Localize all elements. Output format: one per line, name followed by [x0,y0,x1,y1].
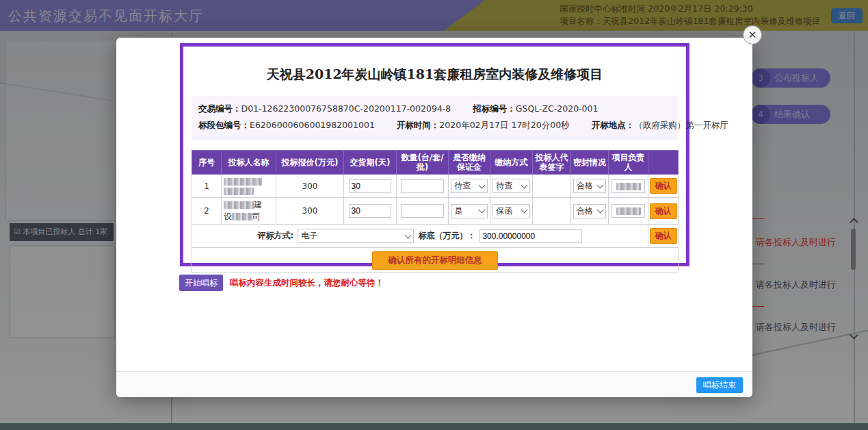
delivery-cell [344,175,397,198]
bidder-name-fragment: 建 [254,200,262,210]
col-manager: 项目负责人 [609,151,648,175]
deposit-cell: 是 [449,198,490,225]
action-cell: 确认 [648,225,679,248]
finish-chanting-button[interactable]: 唱标结束 [696,377,743,393]
trade-no-value: D01-12622300076758870C-20200117-002094-8 [241,103,451,114]
confirm-all-button[interactable]: 确认所有的开标明细信息 [372,251,498,270]
bid-table: 序号 投标人名称 投标报价(万元) 交货期(天) 数量(台/套/批) 是否缴纳保… [192,150,679,273]
close-icon[interactable]: ✕ [743,25,762,45]
eval-method-label: 评标方式: [258,230,294,242]
redacted-manager-name [616,183,641,190]
seq-cell: 1 [192,175,222,198]
delivery-cell [344,198,397,225]
col-bidder: 投标人名称 [222,151,276,175]
action-cell: 确认 [648,198,679,225]
quantity-input[interactable] [401,204,443,218]
modal-footer: 唱标结束 [116,371,752,397]
seq-cell: 2 [192,198,222,225]
open-place-value: （政府采购）第一开标厅 [634,120,728,130]
signature-cell [533,175,571,198]
table-header-row: 序号 投标人名称 投标报价(万元) 交货期(天) 数量(台/套/批) 是否缴纳保… [192,151,679,175]
open-time-label: 开标时间： [397,120,440,130]
open-place-label: 开标地点： [592,120,635,130]
base-price-label: 标底（万元）： [418,230,475,242]
info-line-1: 交易编号：D01-12622300076758870C-20200117-002… [198,103,671,115]
col-action [648,151,679,175]
chevron-down-icon [405,231,412,238]
chevron-down-icon [596,181,603,188]
deposit-select[interactable]: 待查 [451,179,487,193]
tender-info-block: 交易编号：D01-12622300076758870C-20200117-002… [192,96,678,140]
redacted-bidder-name [224,178,262,186]
redacted-bidder-name [224,201,254,209]
signature-cell [533,198,571,225]
section-no-value: E6206000606001982001001 [250,120,375,130]
redacted-bidder-name [232,213,252,220]
col-price: 投标报价(万元) [276,151,344,175]
col-deposit: 是否缴纳保证金 [449,151,490,175]
pay-method-value: 保函 [496,205,512,217]
quantity-cell [397,175,449,198]
seal-select[interactable]: 合格 [573,204,606,218]
manager-cell [609,198,648,225]
open-time-value: 2020年02月17日 17时20分00秒 [439,120,569,130]
confirm-row-button[interactable]: 确认 [650,203,677,219]
manager-input[interactable] [611,204,646,218]
chevron-down-icon [478,181,485,188]
col-signature: 投标人代表签字 [533,151,571,175]
chevron-down-icon [521,181,527,188]
delivery-input[interactable] [349,179,392,193]
redacted-manager-name [616,207,641,215]
deposit-value: 待查 [454,180,471,192]
eval-method-select[interactable]: 电子 [298,229,414,243]
manager-input[interactable] [611,179,646,193]
pay-method-select[interactable]: 待查 [492,179,529,193]
tender-no-label: 招标编号： [473,103,516,114]
col-seal: 密封情况 [571,151,609,175]
col-seq: 序号 [192,151,222,175]
col-delivery: 交货期(天) [344,151,397,175]
eval-method-cell: 评标方式: 电子 标底（万元）： [192,225,648,248]
pay-method-select[interactable]: 保函 [492,204,529,218]
quantity-input[interactable] [401,179,443,193]
chevron-down-icon [596,207,603,214]
chevron-down-icon [521,207,527,214]
price-cell: 300 [276,175,344,198]
info-line-2: 标段包编号：E6206000606001982001001 开标时间：2020年… [198,120,671,131]
pay-method-cell: 保函 [490,198,533,225]
wait-warning-text: 唱标内容生成时间较长，请您耐心等待！ [230,277,384,289]
delivery-input[interactable] [349,204,392,218]
bidder-name-fragment: 司 [252,212,261,221]
confirm-all-cell: 确认所有的开标明细信息 [192,248,679,273]
pay-method-value: 待查 [496,180,512,192]
deposit-select[interactable]: 是 [451,204,487,218]
deposit-cell: 待查 [449,175,490,198]
seal-cell: 合格 [571,175,609,198]
redacted-bidder-name [224,188,254,195]
eval-method-row: 评标方式: 电子 标底（万元）： 确认 [192,225,679,248]
pay-method-cell: 待查 [490,175,533,198]
chevron-down-icon [478,207,485,214]
confirm-all-row: 确认所有的开标明细信息 [192,248,679,273]
seal-value: 合格 [577,180,593,192]
page: 公共资源交易不见面开标大厅 国家授时中心标准时间 2020年2月17日 20:2… [0,0,868,430]
base-price-input[interactable] [479,229,582,243]
seal-cell: 合格 [571,198,609,225]
table-row: 1 300 待查 待查 合格 确认 [192,175,679,198]
eval-method-value: 电子 [301,230,317,242]
quantity-cell [397,198,449,225]
bidder-name-cell: 建 设司 [222,198,276,225]
confirm-eval-button[interactable]: 确认 [650,228,677,244]
section-no-label: 标段包编号： [198,120,250,130]
bidder-name-fragment: 设 [224,212,232,221]
action-cell: 确认 [648,175,679,198]
seal-select[interactable]: 合格 [573,179,606,193]
bid-detail-frame: 天祝县2012年炭山岭镇181套廉租房室内装修及维修项目 交易编号：D01-12… [180,43,689,266]
bidder-name-cell [222,175,276,198]
col-pay-method: 缴纳方式 [490,151,533,175]
deposit-value: 是 [454,205,462,217]
start-chanting-button[interactable]: 开始唱标 [179,275,223,291]
col-quantity: 数量(台/套/批) [397,151,449,175]
seal-value: 合格 [577,205,593,217]
confirm-row-button[interactable]: 确认 [650,178,677,194]
